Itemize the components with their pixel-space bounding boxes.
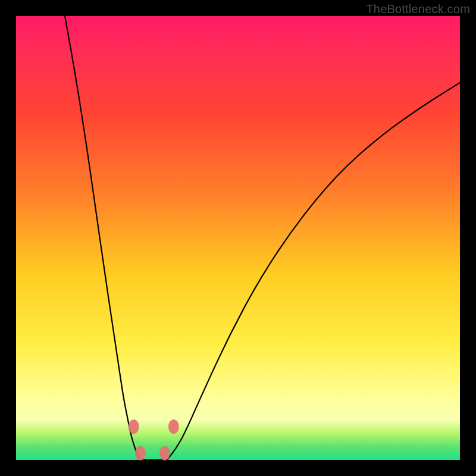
data-marker bbox=[129, 419, 139, 434]
chart-svg bbox=[16, 16, 460, 460]
attribution-label: TheBottleneck.com bbox=[366, 2, 470, 16]
data-marker bbox=[135, 446, 146, 461]
data-marker bbox=[159, 446, 170, 461]
curve-right-branch bbox=[167, 83, 460, 460]
plot-area bbox=[16, 16, 460, 460]
outer-frame: TheBottleneck.com bbox=[0, 0, 476, 476]
data-marker bbox=[168, 419, 179, 434]
curve-left-branch bbox=[65, 16, 140, 460]
